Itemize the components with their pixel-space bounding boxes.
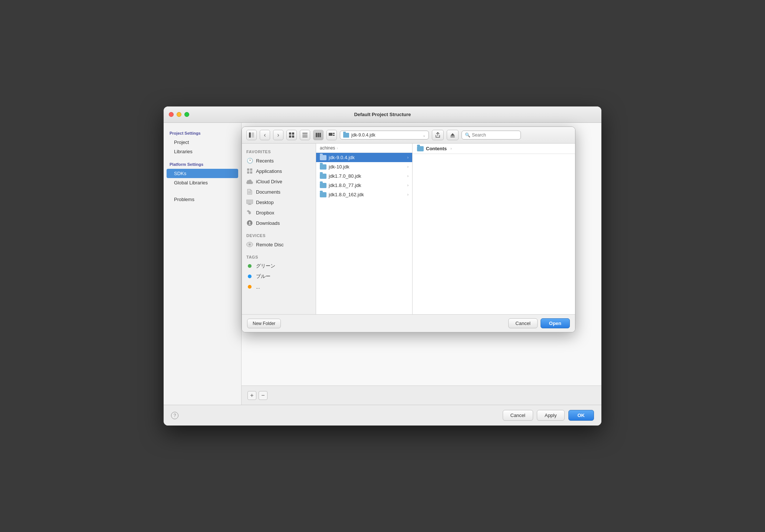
project-sidebar: Project Settings Project Libraries Platf… xyxy=(164,123,242,405)
orange-tag-icon xyxy=(246,283,253,290)
svg-rect-19 xyxy=(247,171,249,174)
blue-tag-icon xyxy=(246,273,253,280)
svg-rect-0 xyxy=(249,132,251,138)
svg-rect-18 xyxy=(250,168,252,171)
sidebar-item-problems[interactable]: Problems xyxy=(164,195,241,204)
ok-button[interactable]: OK xyxy=(568,410,594,421)
folder-item-jdk180-77[interactable]: jdk1.8.0_77.jdk › xyxy=(316,181,412,190)
chevron-right-icon: › xyxy=(407,174,408,178)
remove-button[interactable]: − xyxy=(259,391,267,400)
sidebar-item-sdks[interactable]: SDKs xyxy=(167,169,238,178)
svg-rect-6 xyxy=(302,133,308,134)
svg-rect-2 xyxy=(289,132,291,135)
fav-item-green-tag[interactable]: グリーン xyxy=(242,261,316,271)
path-selector[interactable]: jdk-9.0.4.jdk ⌄ xyxy=(340,131,429,139)
folder-icon xyxy=(320,183,326,188)
main-cancel-button[interactable]: Cancel xyxy=(503,410,533,421)
gallery-view-button[interactable] xyxy=(326,130,337,140)
fav-item-applications[interactable]: Applications xyxy=(242,166,316,176)
dropbox-icon xyxy=(246,209,253,216)
svg-rect-17 xyxy=(247,168,249,171)
fav-item-dropbox[interactable]: Dropbox xyxy=(242,207,316,218)
svg-point-35 xyxy=(249,244,250,245)
eject-button[interactable] xyxy=(447,130,459,140)
svg-rect-8 xyxy=(302,137,308,137)
svg-point-37 xyxy=(248,275,252,278)
documents-icon xyxy=(246,188,253,195)
maximize-button[interactable] xyxy=(184,112,189,117)
recents-icon: 🕐 xyxy=(246,157,253,164)
fav-item-documents[interactable]: Documents xyxy=(242,187,316,197)
sidebar-item-libraries[interactable]: Libraries xyxy=(164,147,241,156)
folder-icon xyxy=(417,146,424,151)
svg-rect-3 xyxy=(292,132,294,135)
project-settings-heading: Project Settings xyxy=(164,129,241,138)
svg-rect-25 xyxy=(248,204,252,205)
add-button[interactable]: + xyxy=(247,391,256,400)
dialog-action-buttons: Cancel Open xyxy=(508,318,570,328)
fav-item-remote-disc[interactable]: Remote Disc xyxy=(242,239,316,250)
svg-rect-5 xyxy=(292,135,294,138)
svg-rect-20 xyxy=(250,171,252,174)
devices-heading: Devices xyxy=(242,232,316,239)
search-input[interactable] xyxy=(472,132,518,138)
sidebar-item-global-libraries[interactable]: Global Libraries xyxy=(164,178,241,187)
fav-item-orange-tag[interactable]: ... xyxy=(242,282,316,292)
svg-rect-14 xyxy=(333,135,335,136)
folder-item-jdk10[interactable]: jdk-10.jdk › xyxy=(316,162,412,171)
folder-icon xyxy=(320,174,326,179)
chevron-right-icon: › xyxy=(407,193,408,197)
open-button[interactable]: Open xyxy=(541,318,570,328)
new-folder-button[interactable]: New Folder xyxy=(247,319,281,328)
sidebar-toggle-button[interactable] xyxy=(246,130,257,140)
cancel-dialog-button[interactable]: Cancel xyxy=(508,318,537,328)
path-folder-icon xyxy=(343,133,349,138)
forward-button[interactable]: › xyxy=(273,130,283,140)
svg-rect-13 xyxy=(333,133,335,134)
platform-settings-heading: Platform Settings xyxy=(164,160,241,169)
svg-rect-16 xyxy=(450,137,455,137)
bottom-toolbar: + − xyxy=(242,385,601,405)
breadcrumb-machines: achines xyxy=(320,145,335,151)
main-dialog-footer: ? Cancel Apply OK xyxy=(164,405,601,426)
help-button[interactable]: ? xyxy=(171,412,178,419)
green-tag-icon xyxy=(246,263,253,269)
minimize-button[interactable] xyxy=(177,112,181,117)
favorites-sidebar: Favorites 🕐 Recents xyxy=(242,144,316,314)
column-view-button[interactable] xyxy=(313,130,324,140)
svg-rect-12 xyxy=(329,133,332,136)
folder-icon xyxy=(320,192,326,197)
folder-item-jdk904[interactable]: jdk-9.0.4.jdk › xyxy=(316,153,412,162)
fav-item-recents[interactable]: 🕐 Recents xyxy=(242,155,316,166)
share-button[interactable] xyxy=(432,130,444,140)
close-button[interactable] xyxy=(169,112,174,117)
apply-button[interactable]: Apply xyxy=(537,410,565,421)
svg-rect-1 xyxy=(252,132,254,138)
window-body: Project Settings Project Libraries Platf… xyxy=(164,123,601,405)
window-title: Default Project Structure xyxy=(354,112,411,117)
tags-heading: Tags xyxy=(242,253,316,261)
icon-view-button[interactable] xyxy=(286,130,297,140)
list-view-button[interactable] xyxy=(300,130,310,140)
traffic-lights xyxy=(169,112,189,117)
folder-panel: achines › jdk-9.0.4.jdk › xyxy=(316,144,413,314)
svg-point-36 xyxy=(248,264,252,268)
back-button[interactable]: ‹ xyxy=(260,130,270,140)
fav-item-blue-tag[interactable]: ブルー xyxy=(242,271,316,282)
folder-item-jdk170[interactable]: jdk1.7.0_80.jdk › xyxy=(316,171,412,181)
svg-point-38 xyxy=(248,285,252,289)
main-content: /Library/Java/JavaVirtualMachines/jdk-10… xyxy=(242,123,601,405)
dialog-toolbar: ‹ › xyxy=(242,127,575,144)
folder-item-jdk180-162[interactable]: jdk1.8.0_162.jdk › xyxy=(316,190,412,199)
fav-item-desktop[interactable]: Desktop xyxy=(242,197,316,207)
svg-rect-4 xyxy=(289,135,291,138)
fav-item-downloads[interactable]: Downloads xyxy=(242,218,316,228)
fav-item-icloud[interactable]: iCloud Drive xyxy=(242,176,316,187)
sidebar-item-project[interactable]: Project xyxy=(164,138,241,147)
svg-marker-15 xyxy=(450,133,455,136)
folder-icon xyxy=(320,155,326,160)
path-text: jdk-9.0.4.jdk xyxy=(351,132,420,138)
chevron-right-icon: › xyxy=(407,165,408,169)
chevron-right-icon: › xyxy=(407,155,408,160)
search-box[interactable]: 🔍 xyxy=(462,131,521,139)
